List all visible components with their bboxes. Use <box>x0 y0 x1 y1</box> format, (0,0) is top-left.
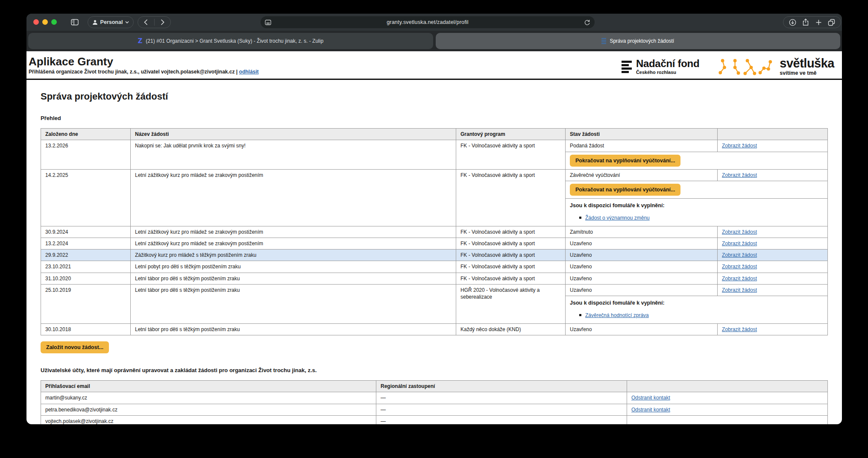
account-email-cell: vojtech.polasek@zivotjinak.cz <box>41 415 376 424</box>
new-request-button[interactable]: Založit novou žádost... <box>41 341 109 353</box>
tab-label: (21) #01 Organizacni > Grant Svetluska (… <box>146 38 323 44</box>
main-area: Správa projektových žádostí Přehled Zalo… <box>41 91 827 424</box>
request-program-cell: FK - Volnočasové aktivity a sport <box>456 250 566 261</box>
request-program-cell: FK - Volnočasové aktivity a sport <box>456 140 566 169</box>
request-row: 25.10.2019Letní tábor pro děti s těžkým … <box>41 284 828 296</box>
tab-overview-button[interactable] <box>828 19 835 26</box>
view-request-link[interactable]: Zobrazit žádost <box>722 276 757 282</box>
zoom-window-button[interactable] <box>51 19 57 25</box>
account-action-cell: Odstranit kontakt <box>627 404 828 415</box>
granty-favicon-icon <box>601 38 606 44</box>
tabs-icon <box>828 19 835 26</box>
address-bar[interactable]: granty.svetluska.net/zadatel/profil <box>261 16 595 28</box>
svetluska-sub: svítíme ve tmě <box>780 70 834 76</box>
continue-cell: Pokračovat na vyplňování vyúčtování... <box>566 181 828 198</box>
account-row: petra.benedikova@zivotjinak.cz—Odstranit… <box>41 404 828 415</box>
request-action-cell: Zobrazit žádost <box>718 284 828 296</box>
col-status: Stav žádosti <box>566 129 718 140</box>
browser-window: Personal <box>26 14 842 424</box>
request-status-cell: Uzavřeno <box>566 250 718 261</box>
toolbar-actions <box>783 16 841 28</box>
chevron-left-icon <box>144 19 148 25</box>
login-status-text: Přihlášená organizace Život trochu jinak… <box>29 69 235 75</box>
request-status-cell: Uzavřeno <box>566 261 718 273</box>
partner-logos: Nadační fond Českého rozhlasu <box>622 56 834 77</box>
overview-heading: Přehled <box>41 115 827 121</box>
back-button[interactable] <box>138 17 154 28</box>
sidebar-toggle-button[interactable] <box>67 16 82 28</box>
request-status-cell: Podaná žádost <box>566 140 718 152</box>
view-request-link[interactable]: Zobrazit žádost <box>722 241 757 247</box>
new-tab-button[interactable] <box>815 19 822 26</box>
request-name-cell: Letní pobyt pro děti s těžkým postižením… <box>131 261 456 273</box>
request-status-cell: Uzavřeno <box>566 238 718 250</box>
continue-filling-button[interactable]: Pokračovat na vyplňování vyúčtování... <box>570 155 680 167</box>
app-header: Aplikace Granty Přihlášená organizace Ži… <box>26 51 842 80</box>
request-action-cell: Zobrazit žádost <box>718 261 828 273</box>
form-link[interactable]: Žádost o významnou změnu <box>585 215 650 221</box>
profile-label: Personal <box>100 19 123 25</box>
svetluska-logo: světluška svítíme ve tmě <box>718 56 834 77</box>
request-action-cell: Zobrazit žádost <box>718 250 828 261</box>
reload-button[interactable] <box>584 16 590 28</box>
account-email-cell: martin@sukany.cz <box>41 392 376 404</box>
minimize-window-button[interactable] <box>42 19 48 25</box>
tab-granty-active[interactable]: Správa projektových žádostí <box>436 33 841 49</box>
col-email: Přihlašovací email <box>41 381 376 392</box>
remove-contact-link[interactable]: Odstranit kontakt <box>631 407 670 413</box>
account-email-cell: petra.benedikova@zivotjinak.cz <box>41 404 376 415</box>
plus-icon <box>815 19 822 26</box>
view-request-link[interactable]: Zobrazit žádost <box>722 252 757 258</box>
account-row: martin@sukany.cz—Odstranit kontakt <box>41 392 828 404</box>
request-date-cell: 29.9.2022 <box>41 250 131 261</box>
request-action-cell: Zobrazit žádost <box>718 238 828 250</box>
tab-zulip[interactable]: Z (21) #01 Organizacni > Grant Svetluska… <box>28 33 433 49</box>
tab-bar: Z (21) #01 Organizacni > Grant Svetluska… <box>26 31 842 51</box>
forward-button[interactable] <box>154 17 170 28</box>
request-action-cell: Zobrazit žádost <box>718 169 828 181</box>
nadacni-fond-logo: Nadační fond Českého rozhlasu <box>622 59 699 75</box>
col-name: Název žádosti <box>131 129 456 140</box>
col-founded: Založeno dne <box>41 129 131 140</box>
requests-table-body: 13.2.2026Nakopni se: Jak udělat prvník k… <box>41 140 828 335</box>
request-action-cell: Zobrazit žádost <box>718 140 828 152</box>
request-row: 29.9.2022Zážitkový kurz pro mládež s těž… <box>41 250 828 261</box>
profile-switcher[interactable]: Personal <box>88 16 134 28</box>
close-window-button[interactable] <box>33 19 39 25</box>
reader-mode-icon[interactable] <box>265 16 271 28</box>
view-request-link[interactable]: Zobrazit žádost <box>722 229 757 235</box>
page-content: Aplikace Granty Přihlášená organizace Ži… <box>26 51 842 424</box>
person-icon <box>92 20 98 25</box>
nadacni-fond-sub: Českého rozhlasu <box>636 70 699 75</box>
share-button[interactable] <box>802 18 809 26</box>
separator: | <box>236 69 238 75</box>
view-request-link[interactable]: Zobrazit žádost <box>722 326 757 332</box>
request-date-cell: 14.2.2025 <box>41 169 131 226</box>
sidebar-icon <box>71 19 79 26</box>
col-account-actions <box>627 381 828 392</box>
history-nav <box>138 16 171 28</box>
requests-table-header: Založeno dne Název žádosti Grantový prog… <box>41 129 828 140</box>
request-row: 13.2.2026Nakopni se: Jak udělat prvník k… <box>41 140 828 152</box>
view-request-link[interactable]: Zobrazit žádost <box>722 172 757 178</box>
view-request-link[interactable]: Zobrazit žádost <box>722 264 757 270</box>
request-status-cell: Závěrečné vyúčtování <box>566 169 718 181</box>
view-request-link[interactable]: Zobrazit žádost <box>722 143 757 149</box>
request-status-cell: Uzavřeno <box>566 324 718 335</box>
request-program-cell: FK - Volnočasové aktivity a sport <box>456 238 566 250</box>
continue-filling-button[interactable]: Pokračovat na vyplňování vyúčtování... <box>570 184 680 196</box>
view-request-link[interactable]: Zobrazit žádost <box>722 287 757 293</box>
request-action-cell: Zobrazit žádost <box>718 324 828 335</box>
downloads-button[interactable] <box>789 19 796 26</box>
request-date-cell: 13.2.2026 <box>41 140 131 169</box>
account-region-cell: — <box>376 392 627 404</box>
account-region-cell: — <box>376 415 627 424</box>
logout-link[interactable]: odhlásit <box>239 69 259 75</box>
remove-contact-link[interactable]: Odstranit kontakt <box>631 395 670 401</box>
request-program-cell: FK - Volnočasové aktivity a sport <box>456 273 566 284</box>
request-name-cell: Nakopni se: Jak udělat prvník krok za sv… <box>131 140 456 169</box>
accounts-table-body: martin@sukany.cz—Odstranit kontaktpetra.… <box>41 392 828 424</box>
form-link[interactable]: Závěrečná hodnotící zpráva <box>585 312 649 318</box>
window-controls <box>33 19 57 25</box>
download-icon <box>789 19 796 26</box>
